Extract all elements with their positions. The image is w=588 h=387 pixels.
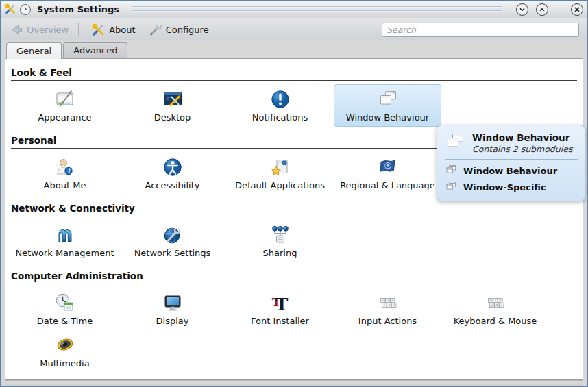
module-notifications[interactable]: Notifications [226,84,334,127]
modules-panel: Look & Feel Appearance [5,58,583,380]
module-date-time[interactable]: Date & Time [11,288,119,330]
module-regional-language[interactable]: Regional & Language [334,152,441,195]
tooltip-entry-window-behaviour[interactable]: Window Behaviour [444,163,578,179]
keyboard-mouse-icon: uio jkl [485,292,506,314]
tooltip-title: Window Behaviour [472,132,572,143]
module-accessibility[interactable]: Accessibility [119,152,226,195]
module-display[interactable]: Display [119,288,226,330]
module-about-me[interactable]: i About Me [11,152,119,195]
maximize-button[interactable] [536,3,548,16]
toolbar: Overview About Configure [1,18,587,40]
window-behaviour-tooltip-icon [444,131,466,155]
close-button[interactable] [571,3,583,16]
tab-bar: General Advanced [1,40,587,58]
svg-text:T: T [275,295,288,314]
font-installer-icon: T T [269,292,291,314]
module-font-installer[interactable]: T T Font Installer [226,288,334,330]
window-behaviour-icon [377,88,399,110]
about-button[interactable]: About [87,21,139,38]
tab-general[interactable]: General [6,42,62,59]
section-grid-look-feel: Appearance Desktop [5,81,583,128]
module-appearance[interactable]: Appearance [11,84,119,127]
minimize-button[interactable] [516,3,528,16]
overview-button[interactable]: Overview [6,22,73,38]
system-settings-app-icon [5,3,16,15]
date-time-icon [54,292,76,314]
module-input-actions[interactable]: uio jkl Input Actions [334,288,441,330]
configure-button[interactable]: Configure [144,21,213,38]
window-menu-button[interactable] [20,4,31,15]
tooltip-subtitle: Contains 2 submodules [472,144,572,154]
network-settings-icon [162,224,184,246]
titlebar: System Settings [1,1,587,18]
system-settings-window: System Settings Overview Abou [0,0,588,387]
regional-language-icon [377,156,399,178]
close-icon [573,5,581,14]
desktop-icon [162,88,184,110]
module-keyboard-mouse[interactable]: uio jkl Keyboard & Mouse [441,288,549,330]
module-desktop[interactable]: Desktop [119,84,226,127]
toolbar-separator [78,23,79,36]
module-default-applications[interactable]: Default Applications [226,152,334,195]
window-small-icon [445,181,456,194]
section-grid-network: Network Management Network Settings [5,216,583,264]
section-header-network: Network & Connectivity [11,201,577,216]
chevron-down-icon [518,5,526,14]
network-management-icon [54,224,76,246]
default-applications-icon [269,156,291,178]
appearance-icon [54,88,76,110]
accessibility-icon [162,156,184,178]
section-header-look-feel: Look & Feel [11,66,577,81]
module-sharing[interactable]: Sharing [226,220,334,262]
section-grid-computer-admin: Date & Time Display T [5,284,583,374]
window-behaviour-tooltip: Window Behaviour Contains 2 submodules W… [437,125,585,201]
module-window-behaviour[interactable]: Window Behaviour [334,84,441,127]
multimedia-icon [54,334,76,356]
tooltip-divider [445,159,578,160]
input-actions-icon: uio jkl [377,292,399,314]
search-input[interactable] [382,23,579,37]
section-header-computer-admin: Computer Administration [11,269,577,284]
back-arrow-icon [10,24,23,36]
search-container [382,23,579,37]
tab-advanced[interactable]: Advanced [63,42,127,58]
tools-icon [91,23,106,36]
sharing-icon [269,224,291,246]
notifications-icon [269,88,291,110]
chevron-up-icon [538,5,546,14]
titlebar-stripes [132,5,502,14]
window-small-icon [445,164,456,177]
about-me-icon: i [54,156,76,178]
module-multimedia[interactable]: Multimedia [11,330,119,373]
window-title: System Settings [34,4,122,14]
wrench-icon [148,23,162,36]
tooltip-entry-window-specific[interactable]: Window-Specific [444,179,578,196]
status-bar [5,380,583,386]
display-icon [162,292,184,314]
module-network-management[interactable]: Network Management [11,220,119,262]
module-network-settings[interactable]: Network Settings [119,220,226,262]
